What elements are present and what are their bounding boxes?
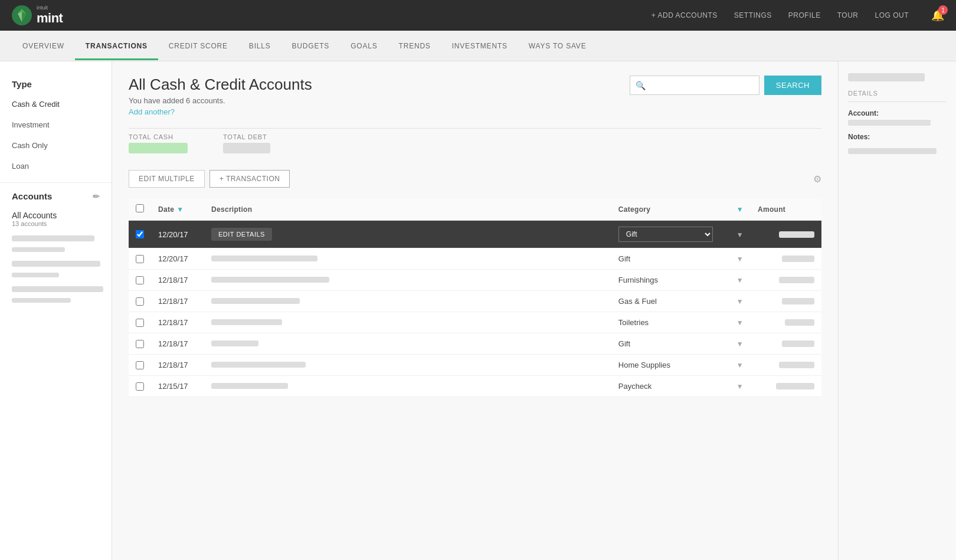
table-row[interactable]: 12/18/17 Gas & Fuel ▼ [129, 291, 821, 312]
row-checkbox-cell[interactable] [129, 355, 151, 376]
row-checkbox-cell[interactable] [129, 248, 151, 270]
row-filter-icon[interactable]: ▼ [736, 382, 744, 391]
table-row[interactable]: 12/15/17 Paycheck ▼ [129, 376, 821, 397]
row-filter[interactable]: ▼ [729, 248, 751, 270]
row-filter[interactable]: ▼ [729, 221, 751, 248]
row-checkbox-cell[interactable] [129, 291, 151, 312]
add-transaction-button[interactable]: + TRANSACTION [209, 170, 290, 188]
row-checkbox[interactable] [136, 319, 144, 327]
sidebar-item-cash-credit[interactable]: Cash & Credit [0, 94, 112, 114]
page-title: All Cash & Credit Accounts [129, 76, 312, 94]
date-header[interactable]: Date ▼ [151, 198, 204, 221]
table-row[interactable]: 12/18/17 Toiletries ▼ [129, 312, 821, 333]
row-filter-icon[interactable]: ▼ [736, 361, 744, 369]
sidebar-account-1[interactable] [0, 232, 112, 257]
intuit-label: intuit [37, 5, 63, 11]
category-select[interactable]: Gift Furnishings Gas & Fuel Toiletries H… [618, 227, 713, 242]
main-navigation: OVERVIEW TRANSACTIONS CREDIT SCORE BILLS… [0, 31, 956, 61]
row-filter[interactable]: ▼ [729, 291, 751, 312]
nav-ways-to-save[interactable]: WAYS TO SAVE [518, 32, 597, 60]
amount-header: Amount [751, 198, 821, 221]
nav-trends[interactable]: TRENDS [388, 32, 441, 60]
sidebar-account-3[interactable] [0, 283, 112, 308]
table-row[interactable]: 12/18/17 Gift ▼ [129, 333, 821, 355]
tour-link[interactable]: TOUR [837, 11, 859, 19]
all-accounts-label: All Accounts [12, 211, 100, 220]
search-input[interactable] [630, 76, 759, 95]
search-input-wrap: 🔍 [630, 76, 759, 95]
row-filter[interactable]: ▼ [729, 355, 751, 376]
row-category[interactable]: Gift Furnishings Gas & Fuel Toiletries H… [611, 221, 729, 248]
search-button[interactable]: SEARCH [764, 76, 821, 95]
table-row[interactable]: 12/18/17 Home Supplies ▼ [129, 355, 821, 376]
filter-icon[interactable]: ▼ [736, 205, 744, 214]
filter-header[interactable]: ▼ [729, 198, 751, 221]
sidebar-item-investment[interactable]: Investment [0, 114, 112, 135]
row-filter-icon[interactable]: ▼ [736, 340, 744, 348]
add-another-link[interactable]: Add another? [129, 107, 175, 116]
edit-multiple-button[interactable]: EDIT MULTIPLE [129, 170, 205, 188]
row-checkbox-cell[interactable] [129, 312, 151, 333]
row-checkbox-cell[interactable] [129, 333, 151, 355]
row-checkbox-cell[interactable] [129, 221, 151, 248]
all-accounts-item[interactable]: All Accounts 13 accounts [0, 206, 112, 232]
profile-link[interactable]: PROFILE [788, 11, 821, 19]
edit-details-popup[interactable]: EDIT DETAILS [211, 228, 272, 241]
nav-goals[interactable]: GOALS [340, 32, 388, 60]
nav-transactions[interactable]: TRANSACTIONS [75, 32, 158, 60]
edit-accounts-icon[interactable]: ✏ [93, 192, 100, 201]
row-filter-icon[interactable]: ▼ [736, 319, 744, 327]
page-header: All Cash & Credit Accounts You have adde… [129, 76, 821, 116]
amount-blur [785, 319, 814, 326]
nav-investments[interactable]: INVESTMENTS [441, 32, 518, 60]
table-row[interactable]: 12/18/17 Furnishings ▼ [129, 270, 821, 291]
row-filter[interactable]: ▼ [729, 376, 751, 397]
settings-gear-icon[interactable]: ⚙ [813, 173, 821, 185]
nav-credit-score[interactable]: CREDIT SCORE [158, 32, 238, 60]
table-row[interactable]: 12/20/17 Gift ▼ [129, 248, 821, 270]
select-all-checkbox[interactable] [136, 204, 144, 212]
row-description [204, 270, 611, 291]
row-filter-icon[interactable]: ▼ [736, 231, 744, 239]
row-checkbox[interactable] [136, 276, 144, 284]
row-checkbox[interactable] [136, 361, 144, 369]
row-category: Home Supplies [611, 355, 729, 376]
sort-arrow: ▼ [176, 205, 184, 214]
row-checkbox[interactable] [136, 255, 144, 263]
row-filter[interactable]: ▼ [729, 312, 751, 333]
table-row[interactable]: 12/20/17 EDIT DETAILS Gift Furnishings G… [129, 221, 821, 248]
account-balance-blur [12, 273, 59, 277]
sidebar-item-loan[interactable]: Loan [0, 156, 112, 176]
row-checkbox[interactable] [136, 382, 144, 391]
row-category: Toiletries [611, 312, 729, 333]
row-filter-icon[interactable]: ▼ [736, 255, 744, 263]
row-checkbox-cell[interactable] [129, 270, 151, 291]
sidebar-account-2[interactable] [0, 257, 112, 283]
logout-link[interactable]: LOG OUT [875, 11, 909, 19]
nav-overview[interactable]: OVERVIEW [12, 32, 75, 60]
header-divider [129, 128, 821, 129]
sidebar: Type Cash & Credit Investment Cash Only … [0, 61, 112, 560]
row-filter[interactable]: ▼ [729, 333, 751, 355]
total-debt-label: TOTAL DEBT [223, 133, 270, 140]
row-filter[interactable]: ▼ [729, 270, 751, 291]
row-checkbox[interactable] [136, 340, 144, 348]
row-checkbox[interactable] [136, 230, 144, 238]
details-section-label: DETAILS [848, 90, 947, 102]
amount-blur [779, 231, 814, 238]
row-amount [751, 270, 821, 291]
row-filter-icon[interactable]: ▼ [736, 297, 744, 306]
sidebar-item-cash-only[interactable]: Cash Only [0, 135, 112, 156]
settings-link[interactable]: SETTINGS [734, 11, 772, 19]
row-filter-icon[interactable]: ▼ [736, 276, 744, 284]
add-accounts-link[interactable]: + ADD ACCOUNTS [651, 11, 718, 19]
notification-bell[interactable]: 🔔 1 [931, 9, 944, 22]
nav-bills[interactable]: BILLS [238, 32, 281, 60]
row-date: 12/18/17 [151, 270, 204, 291]
account-detail-row: Account: [848, 109, 947, 126]
row-checkbox[interactable] [136, 297, 144, 306]
select-all-header [129, 198, 151, 221]
row-date: 12/18/17 [151, 333, 204, 355]
row-checkbox-cell[interactable] [129, 376, 151, 397]
nav-budgets[interactable]: BUDGETS [281, 32, 341, 60]
